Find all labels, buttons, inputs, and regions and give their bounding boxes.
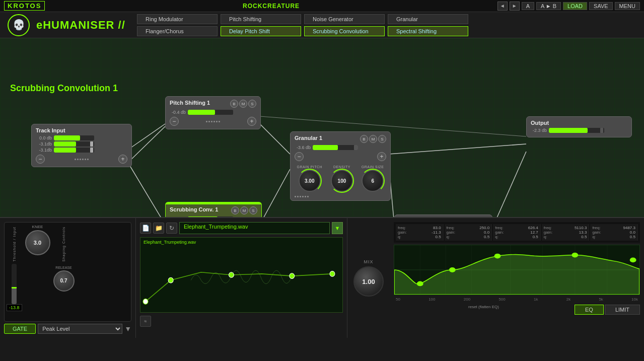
nav-menu: Ring Modulator Pitch Shifting Noise Gene…: [137, 12, 638, 38]
eq-bands: freq:83.0 gain:-11.3 q:0.5 freq:250.0 ga…: [394, 222, 640, 243]
knee-knob[interactable]: 3.0: [25, 230, 50, 255]
grain-size-knob[interactable]: 6: [362, 170, 384, 192]
track-footer: − +: [36, 155, 127, 164]
next-btn[interactable]: ►: [510, 2, 520, 11]
menu-btn[interactable]: MENU: [615, 2, 640, 10]
scrubbing-btns: B M S: [231, 206, 257, 214]
nav-granular[interactable]: Granular: [388, 14, 468, 24]
wave-bottom: ≈: [140, 316, 343, 327]
eq-display: [394, 245, 640, 295]
pitch-fader: -0.4 db: [170, 110, 256, 115]
refresh-icon[interactable]: ↻: [166, 223, 177, 234]
release-knob[interactable]: 0.7: [53, 270, 75, 292]
density-knob[interactable]: 100: [331, 170, 353, 192]
gate-panel: Threshold / Input -13.8 KNEE 3.0 Shaping…: [0, 218, 136, 338]
granular-minus-btn[interactable]: −: [295, 152, 304, 161]
nav-delay-pitch-shift[interactable]: Delay Pitch Shift: [221, 26, 301, 36]
project-name: ROCKCREATURE: [243, 3, 300, 10]
knee-label: KNEE: [32, 225, 43, 229]
pitch-b-btn[interactable]: B: [230, 100, 238, 108]
nav-spectral-shifting[interactable]: Spectral Shifting: [388, 26, 468, 36]
shaping-section: Shaping Controls RELEASE 0.7: [53, 225, 75, 319]
peak-level-select[interactable]: Peak Level: [38, 324, 122, 334]
page-icon[interactable]: 📄: [140, 223, 151, 234]
eq-band-1: freq:83.0 gain:-11.3 q:0.5: [396, 224, 444, 241]
track-minus-btn[interactable]: −: [36, 155, 45, 164]
file-dropdown-btn[interactable]: ▼: [332, 222, 343, 234]
file-select-display[interactable]: Elephant_Trumpeting.wav: [179, 222, 330, 234]
pitch-header: Pitch Shifting 1 B M S: [170, 100, 256, 108]
nav-scrubbing-convolution[interactable]: Scrubbing Convolution: [304, 26, 385, 36]
pitch-m-btn[interactable]: M: [239, 100, 247, 108]
pitch-s-btn[interactable]: S: [248, 100, 256, 108]
eq-band-3: freq:626.4 gain:12.7 q:0.5: [493, 224, 541, 241]
track-fader-1: 0.0 db: [36, 135, 127, 140]
eq-panel: freq:83.0 gain:-11.3 q:0.5 freq:250.0 ga…: [390, 218, 644, 338]
svg-point-16: [143, 299, 148, 305]
reset-eq-btn[interactable]: reset (flatten EQ): [394, 305, 574, 315]
scrubbing-b-btn[interactable]: B: [231, 206, 239, 214]
limit-tab-btn[interactable]: LIMIT: [605, 305, 640, 315]
wave-display-filename: Elephant_Trumpeting.wav: [144, 240, 196, 245]
pitch-handle: [206, 121, 220, 122]
nav-flanger-chorus[interactable]: Flanger/Chorus: [137, 26, 218, 36]
eq-svg: [394, 245, 639, 295]
grain-size-col: GRAIN SIZE 6: [362, 165, 384, 192]
scrubbing-m-btn[interactable]: M: [240, 206, 248, 214]
granular-m-btn[interactable]: M: [369, 135, 377, 143]
eq-band-5: freq:9487.3 gain:0.0 q:0.5: [590, 224, 638, 241]
track-input-module: Track Input 0.0 db -3.1db -3.1db − +: [31, 124, 132, 167]
pitch-plus-btn[interactable]: +: [247, 117, 256, 126]
granular-fader: -3.6 db: [295, 145, 386, 150]
save-btn[interactable]: SAVE: [589, 2, 613, 10]
waveform-svg: [140, 238, 342, 312]
bottom-panel: Threshold / Input -13.8 KNEE 3.0 Shaping…: [0, 217, 644, 338]
output-fader: -2.3 db: [531, 128, 627, 133]
granular-b-btn[interactable]: B: [360, 135, 368, 143]
load-btn[interactable]: LOAD: [563, 2, 587, 10]
svg-point-27: [449, 267, 456, 272]
logo-skull-icon: 💀: [6, 13, 31, 38]
granular-knobs: GRAIN PITCH 3.00 DENSITY 100 GRAIN SIZE …: [295, 163, 386, 194]
granular-module: Granular 1 B M S -3.6 db − + GRAIN PITCH…: [290, 131, 391, 201]
gate-btn[interactable]: GATE: [4, 324, 36, 334]
nav-noise-generator[interactable]: Noise Generator: [304, 14, 385, 24]
mix-knob[interactable]: 1.00: [353, 266, 384, 297]
granular-plus-btn[interactable]: +: [377, 152, 386, 161]
top-bar: KROTOS ROCKCREATURE ◄ ► A A ► B LOAD SAV…: [0, 0, 644, 12]
eq-buttons: reset (flatten EQ) EQ LIMIT: [394, 305, 640, 315]
svg-point-30: [630, 258, 636, 263]
granular-s-btn[interactable]: S: [378, 135, 386, 143]
track-input-title: Track Input: [36, 127, 127, 133]
grain-pitch-knob[interactable]: 3.00: [299, 170, 321, 192]
threshold-section: Threshold / Input -13.8: [7, 225, 22, 319]
ab2-btn[interactable]: A ► B: [536, 2, 561, 10]
track-plus-btn[interactable]: +: [118, 155, 127, 164]
track-fader-3: -3.1db: [36, 148, 127, 153]
track-fader-2: -3.1db: [36, 141, 127, 147]
scrubbing-header: Scrubbing Conv. 1 B M S: [170, 206, 257, 214]
svg-text:💀: 💀: [13, 19, 25, 31]
release-value: 0.7: [60, 278, 67, 283]
grain-pitch-col: GRAIN PITCH 3.00: [297, 165, 322, 192]
nav-ring-modulator[interactable]: Ring Modulator: [137, 14, 218, 24]
main-canvas: Track Input 0.0 db -3.1db -3.1db − + Pit…: [0, 38, 644, 217]
wave-edit-btn[interactable]: ≈: [140, 316, 151, 327]
header: 💀 eHUMANISER // Ring Modulator Pitch Shi…: [0, 12, 644, 38]
prev-btn[interactable]: ◄: [497, 2, 508, 11]
eq-tab-btn[interactable]: EQ: [575, 305, 604, 315]
folder-icon[interactable]: 📁: [153, 223, 164, 234]
granular-subfooter: − +: [295, 152, 386, 161]
knee-value: 3.0: [34, 240, 41, 246]
eq-band-4: freq:5110.3 gain:13.3 q:0.5: [542, 224, 590, 241]
pitch-minus-btn[interactable]: −: [170, 117, 179, 126]
nav-row-2: Flanger/Chorus Delay Pitch Shift Scrubbi…: [137, 26, 638, 36]
threshold-track[interactable]: [12, 264, 17, 304]
nav-pitch-shifting[interactable]: Pitch Shifting: [221, 14, 301, 24]
scrubbing-s-btn[interactable]: S: [249, 206, 257, 214]
ab-btn[interactable]: A: [522, 2, 534, 10]
mix-label: MIX: [364, 259, 373, 264]
top-controls: ◄ ► A A ► B LOAD SAVE MENU: [497, 2, 640, 11]
knee-section: KNEE 3.0: [25, 225, 50, 319]
release-section: RELEASE 0.7: [53, 266, 75, 292]
